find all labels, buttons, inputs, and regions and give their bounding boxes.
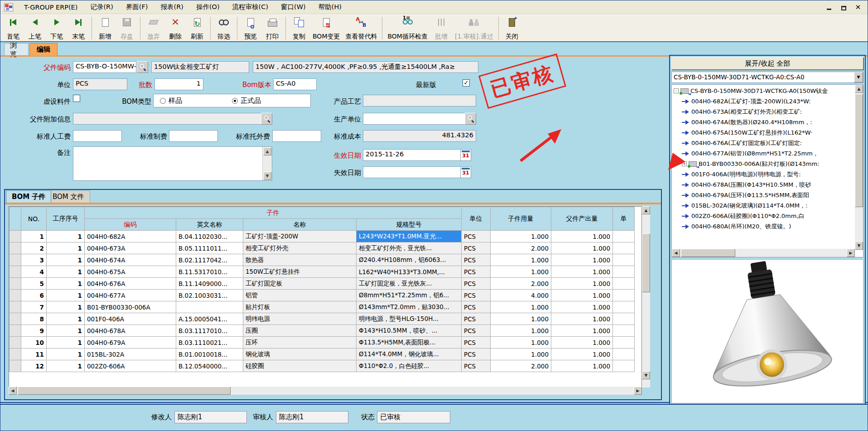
row-selector[interactable] [10, 254, 21, 266]
table-cell[interactable]: 2 [21, 242, 47, 254]
tree-item[interactable]: 004H0-680A(吊环)(M20、铁度镍。) [673, 221, 855, 232]
table-cell[interactable] [613, 337, 635, 349]
col-eng-name[interactable]: 英文名称 [176, 219, 243, 231]
table-cell[interactable]: PCS [462, 266, 491, 278]
table-cell[interactable]: 004H0-673A [85, 242, 176, 254]
col-code[interactable]: 编码 [85, 219, 176, 231]
table-cell[interactable]: Ø143mm*T2.0mm，贴3030... [357, 301, 462, 313]
table-cell[interactable]: 150W工矿灯悬挂件 [243, 266, 357, 278]
table-cell[interactable]: 1 [47, 242, 85, 254]
scroll-left-icon[interactable]: ◀ [672, 249, 680, 257]
expire-calendar-button[interactable]: 31 [460, 166, 471, 178]
table-cell[interactable]: L162*W40*H133*T3.0MM,... [357, 266, 462, 278]
std-outsource-field[interactable] [272, 130, 321, 142]
tree-vscroll-thumb[interactable] [855, 94, 863, 207]
table-cell[interactable]: 2.000 [491, 242, 551, 254]
table-cell[interactable]: B.05.1111011... [176, 242, 243, 254]
table-cell[interactable]: 10 [21, 337, 47, 349]
table-cell[interactable]: 1 [47, 360, 85, 372]
table-cell[interactable]: PCS [462, 337, 491, 349]
tree-horizontal-scrollbar[interactable]: ◀ ▶ [672, 249, 855, 257]
table-cell[interactable]: 2.000 [491, 278, 551, 290]
tree-item[interactable]: 002Z0-606A(硅胶圈)(Φ110*Φ2.0mm,白 [673, 211, 855, 221]
table-cell[interactable]: 1 [47, 349, 85, 360]
table-cell[interactable]: 1 [47, 337, 85, 349]
toolbar-delete-button[interactable]: ✕删除 [164, 15, 186, 41]
table-cell[interactable]: 工矿灯-顶盖-200W [243, 231, 357, 242]
table-cell[interactable]: 8 [21, 313, 47, 325]
col-spec[interactable]: 规格型号 [357, 219, 462, 231]
table-row[interactable]: 111015BL-302AB.01.0010018...钢化玻璃Ø114*T4.… [10, 349, 635, 360]
toolbar-close-button[interactable]: 关闭 [501, 15, 523, 41]
bom-version-field[interactable]: CS-A0 [273, 78, 317, 90]
table-cell[interactable]: 1.000 [491, 254, 551, 266]
table-cell[interactable] [613, 313, 635, 325]
table-cell[interactable] [613, 278, 635, 290]
table-cell[interactable]: B.02.1117042... [176, 254, 243, 266]
table-cell[interactable]: PCS [462, 231, 491, 242]
toolbar-next-button[interactable]: 下笔 [46, 15, 68, 41]
table-cell[interactable]: 压环 [243, 337, 357, 349]
table-vscroll-thumb[interactable] [642, 233, 650, 292]
table-cell[interactable]: B.11.1409000... [176, 278, 243, 290]
toolbar-print-button[interactable]: 打印 [261, 15, 283, 41]
table-cell[interactable]: PCS [462, 313, 491, 325]
table-cell[interactable]: B.02.1003031... [176, 290, 243, 301]
scroll-down-icon[interactable]: ▼ [642, 371, 650, 379]
col-op-seq[interactable]: 工序序号 [47, 207, 85, 231]
table-cell[interactable]: B.03.1110021... [176, 337, 243, 349]
table-horizontal-scrollbar[interactable]: ◀ ▶ [9, 387, 642, 395]
table-row[interactable]: 11004H0-682AB.04.1102030...工矿灯-顶盖-200WL2… [10, 231, 635, 242]
tree-item[interactable]: 004H0-674A(散热器)(Ø240.4*H108mm，: [673, 117, 855, 127]
batch-field[interactable]: 1 [154, 78, 203, 90]
scroll-up-icon[interactable]: ▲ [642, 206, 650, 214]
table-cell[interactable]: 1.000 [551, 360, 613, 372]
table-cell[interactable]: B.11.5317010... [176, 266, 243, 278]
table-cell[interactable]: 1 [47, 231, 85, 242]
tree-item[interactable]: +B01-BYB00330-006A(贴片灯板)(Ø143mm: [673, 159, 855, 169]
tree-item[interactable]: 004H0-676A(工矿灯固定板)(工矿灯固定: [673, 138, 855, 148]
virtual-part-checkbox[interactable] [73, 95, 80, 102]
table-cell[interactable]: B.01.0010018... [176, 349, 243, 360]
table-cell[interactable] [613, 325, 635, 337]
table-cell[interactable]: B.03.1117010... [176, 325, 243, 337]
table-cell[interactable]: 2.000 [491, 360, 551, 372]
toolbar-last-button[interactable]: 末笔 [68, 15, 89, 41]
table-cell[interactable]: 铝管 [243, 290, 357, 301]
tab-bom-children[interactable]: BOM 子件 [6, 190, 51, 203]
table-cell[interactable]: 贴片灯板 [243, 301, 357, 313]
menu-report[interactable]: 报表(R) [154, 1, 189, 13]
row-selector[interactable] [10, 242, 21, 254]
toolbar-bomchange-button[interactable]: ⇅BOM变更 [310, 15, 342, 41]
tree-expander-icon[interactable]: - [674, 88, 679, 93]
table-cell[interactable]: 1.000 [551, 301, 613, 313]
menu-operation[interactable]: 操作(O) [190, 1, 226, 13]
prod-unit-search-button[interactable] [465, 113, 476, 125]
menu-help[interactable]: 帮助(H) [312, 1, 348, 13]
table-cell[interactable]: PCS [462, 349, 491, 360]
table-cell[interactable]: 1.000 [491, 301, 551, 313]
menu-interface[interactable]: 界面(F) [120, 1, 154, 13]
tab-bom-files[interactable]: BOM 文件 [47, 190, 90, 203]
table-row[interactable]: 71B01-BYB00330-006A贴片灯板Ø143mm*T2.0mm，贴30… [10, 301, 635, 313]
table-cell[interactable]: 1.000 [491, 313, 551, 325]
table-cell[interactable]: 1.000 [551, 290, 613, 301]
table-cell[interactable]: 1 [47, 266, 85, 278]
table-cell[interactable] [613, 360, 635, 372]
table-vertical-scrollbar[interactable]: ▲ ▼ [642, 206, 650, 387]
table-cell[interactable]: 3 [21, 254, 47, 266]
table-row[interactable]: 91004H0-678AB.03.1117010...压圈Φ143*H10.5M… [10, 325, 635, 337]
col-no[interactable]: NO. [21, 207, 47, 231]
table-cell[interactable]: 压圈 [243, 325, 357, 337]
parent-code-field[interactable]: CS-BYB-O-150MW-3 [73, 61, 136, 73]
row-selector[interactable] [10, 266, 21, 278]
expire-date-field[interactable] [363, 166, 461, 178]
table-cell[interactable]: 钢化玻璃 [243, 349, 357, 360]
toolbar-first-button[interactable]: 首笔 [2, 15, 24, 41]
table-cell[interactable] [613, 301, 635, 313]
table-cell[interactable]: A.15.0005041... [176, 313, 243, 325]
table-cell[interactable]: 1 [47, 278, 85, 290]
table-cell[interactable]: PCS [462, 254, 491, 266]
tab-browse[interactable]: 浏览 [4, 43, 29, 56]
table-cell[interactable]: 004H0-677A [85, 290, 176, 301]
